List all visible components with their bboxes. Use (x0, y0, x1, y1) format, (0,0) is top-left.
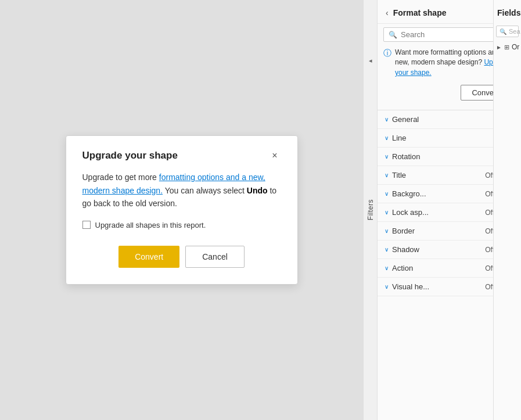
section-label-action: Action (392, 264, 482, 272)
section-label-border: Border (392, 227, 482, 235)
fields-stub-convert-row[interactable]: ► ⊞ Or (494, 41, 521, 53)
section-chevron-border: ∨ (385, 228, 389, 234)
section-chevron-lock-aspect: ∨ (385, 209, 389, 216)
panel-nav-left[interactable]: ‹ (383, 7, 391, 19)
dialog-close-button[interactable]: × (268, 150, 281, 161)
filter-icon: ◂ (369, 57, 372, 64)
section-label-visual-header: Visual he... (392, 282, 482, 291)
section-label-lock-aspect: Lock asp... (392, 208, 482, 217)
section-chevron-title: ∨ (385, 172, 389, 178)
section-chevron-general: ∨ (385, 116, 389, 123)
dialog-convert-button[interactable]: Convert (118, 246, 179, 268)
section-chevron-background: ∨ (385, 191, 389, 197)
dialog-cancel-button[interactable]: Cancel (185, 246, 245, 268)
fields-search-icon: 🔍 (500, 28, 506, 35)
section-chevron-visual-header: ∨ (385, 283, 389, 290)
fields-chevron-icon: ► (496, 44, 502, 51)
dialog-overlay: Upgrade your shape × Upgrade to get more… (0, 0, 363, 420)
fields-stub-search[interactable]: 🔍 Sea (496, 26, 519, 37)
section-chevron-action: ∨ (385, 265, 389, 271)
fields-table-icon: ⊞ (504, 44, 509, 51)
search-icon: 🔍 (389, 31, 397, 39)
upgrade-dialog: Upgrade your shape × Upgrade to get more… (66, 135, 298, 284)
section-label-shadow: Shadow (392, 245, 482, 254)
dialog-title: Upgrade your shape (82, 150, 178, 161)
panel-title: Format shape (393, 8, 506, 17)
info-icon: ⓘ (383, 48, 391, 59)
section-label-background: Backgro... (392, 189, 482, 198)
section-chevron-shadow: ∨ (385, 246, 389, 253)
filters-tab[interactable]: ◂ Filters (364, 0, 378, 420)
dialog-header: Upgrade your shape × (82, 150, 281, 161)
fields-convert-label: Or (512, 43, 519, 51)
dialog-checkbox-row: Upgrade all shapes in this report. (82, 221, 281, 229)
upgrade-all-checkbox[interactable] (82, 221, 91, 229)
section-chevron-line: ∨ (385, 135, 389, 141)
fields-search-placeholder: Sea (509, 28, 520, 35)
section-label-title: Title (392, 171, 482, 180)
dialog-body-text1: Upgrade to get more (82, 173, 159, 182)
dialog-body: Upgrade to get more formatting options a… (82, 171, 281, 210)
upgrade-all-label: Upgrade all shapes in this report. (95, 221, 206, 229)
section-chevron-rotation: ∨ (385, 153, 389, 160)
fields-panel-stub: Fields 🔍 Sea ► ⊞ Or (493, 0, 521, 420)
filters-tab-label: Filters (367, 199, 375, 220)
fields-panel-title: Fields (494, 0, 521, 22)
dialog-actions: Convert Cancel (82, 246, 281, 268)
